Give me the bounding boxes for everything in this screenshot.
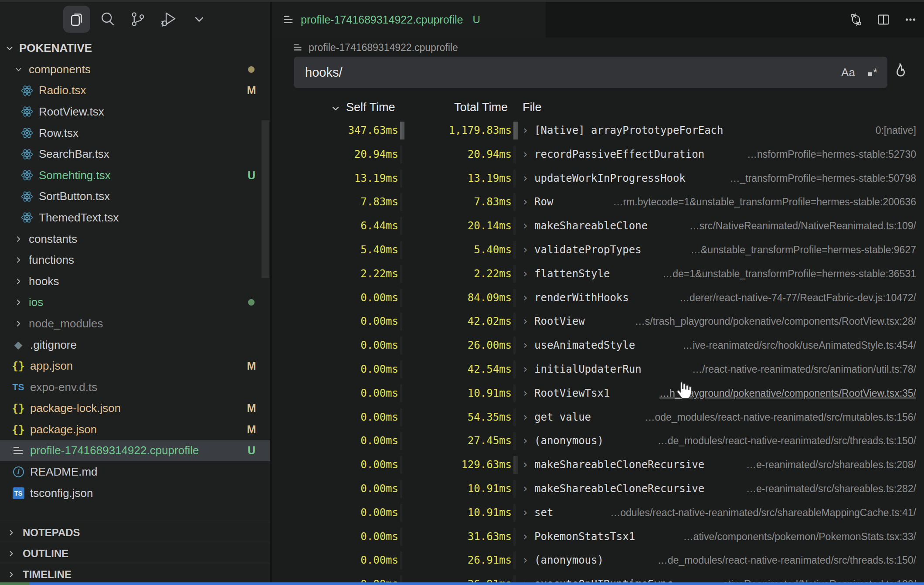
expand-chevron-icon[interactable]: › bbox=[522, 453, 528, 477]
project-root-header[interactable]: POKENATIVE bbox=[0, 38, 270, 58]
expand-chevron-icon[interactable]: › bbox=[522, 333, 528, 357]
expand-chevron-icon[interactable]: › bbox=[522, 143, 528, 167]
cell-function-name[interactable]: (anonymous) bbox=[534, 548, 604, 572]
tree-file-sortbutton-tsx[interactable]: SortButton.tsx bbox=[0, 186, 270, 207]
tree-folder-constants[interactable]: constants bbox=[0, 228, 270, 250]
cell-function-name[interactable]: makeShareableCloneRecursive bbox=[534, 453, 704, 477]
expand-chevron-icon[interactable]: › bbox=[522, 119, 528, 143]
tree-file-row-tsx[interactable]: Row.tsx bbox=[0, 122, 270, 144]
open-changes-icon[interactable] bbox=[848, 12, 864, 27]
explorer-icon[interactable] bbox=[63, 6, 90, 33]
sidebar-scrollbar[interactable] bbox=[262, 120, 269, 278]
tree-file-readme-md[interactable]: iREADME.md bbox=[0, 461, 270, 483]
expand-chevron-icon[interactable]: › bbox=[522, 310, 528, 333]
cell-function-name[interactable]: renderWithHooks bbox=[534, 286, 629, 310]
cell-file-link[interactable]: …s/trash_playground/pokenative/component… bbox=[635, 310, 916, 333]
cell-file-link[interactable]: …derer/react-native-74-77/ReactFabric-de… bbox=[679, 286, 916, 310]
cell-function-name[interactable]: useAnimatedStyle bbox=[534, 333, 635, 357]
header-self-time[interactable]: Self Time bbox=[346, 101, 395, 114]
tree-folder-ios[interactable]: ios bbox=[0, 292, 270, 313]
tree-folder-hooks[interactable]: hooks bbox=[0, 271, 270, 292]
tree-file-package-json[interactable]: {}package.jsonM bbox=[0, 419, 270, 440]
breadcrumb[interactable]: profile-1741689314922.cpuprofile bbox=[272, 37, 924, 58]
tree-file-package-lock-json[interactable]: {}package-lock.jsonM bbox=[0, 398, 270, 419]
cell-function-name[interactable]: recordPassiveEffectDuration bbox=[534, 143, 704, 167]
tree-file-profile-1741689314922-cpuprofile[interactable]: profile-1741689314922.cpuprofileU bbox=[0, 440, 270, 462]
expand-chevron-icon[interactable]: › bbox=[522, 238, 528, 262]
tree-file-app-json[interactable]: {}app.jsonM bbox=[0, 355, 270, 377]
cell-file-link[interactable]: …ive-reanimated/src/hook/useAnimatedStyl… bbox=[683, 333, 916, 357]
tree-file-tsconfig-json[interactable]: TStsconfig.json bbox=[0, 483, 270, 504]
cell-file-link[interactable]: …src/NativeReanimated/NativeReanimated.t… bbox=[690, 214, 916, 238]
cell-function-name[interactable]: RootView bbox=[534, 310, 585, 333]
expand-chevron-icon[interactable]: › bbox=[522, 429, 528, 453]
cell-file-link[interactable]: …e-reanimated/src/shareables.ts:282/ bbox=[746, 477, 916, 501]
cell-file-link[interactable]: …h_playground/pokenative/components/Root… bbox=[659, 381, 916, 405]
header-file[interactable]: File bbox=[523, 101, 542, 114]
more-actions-icon[interactable] bbox=[903, 12, 918, 27]
expand-chevron-icon[interactable]: › bbox=[522, 405, 528, 429]
run-debug-icon[interactable] bbox=[155, 6, 182, 33]
cell-function-name[interactable]: PokemonStatsTsx1 bbox=[534, 525, 635, 549]
cell-file-link[interactable]: 0:[native] bbox=[876, 119, 916, 143]
cell-function-name[interactable]: updateWorkInProgressHook bbox=[534, 167, 686, 190]
cell-file-link[interactable]: …/react-native-reanimated/src/animation/… bbox=[692, 357, 916, 381]
header-total-time[interactable]: Total Time bbox=[454, 101, 508, 114]
match-case-icon[interactable]: Aa bbox=[841, 66, 855, 79]
cell-file-link[interactable]: …odules/react-native-reanimated/src/shar… bbox=[610, 501, 916, 525]
cell-function-name[interactable]: makeShareableCloneRecursive bbox=[534, 477, 704, 501]
expand-chevron-icon[interactable]: › bbox=[522, 262, 528, 286]
tree-file-radio-tsx[interactable]: Radio.tsxM bbox=[0, 80, 270, 102]
cell-file-link[interactable]: …de_modules/react-native-reanimated/src/… bbox=[658, 548, 916, 572]
cell-function-name[interactable]: RootViewTsx1 bbox=[534, 381, 610, 405]
tree-file-searchbar-tsx[interactable]: SearchBar.tsx bbox=[0, 143, 270, 165]
flame-graph-icon[interactable] bbox=[891, 62, 910, 83]
tree-folder-node-modules[interactable]: node_modules bbox=[0, 313, 270, 334]
tree-file--gitignore[interactable]: ◆.gitignore bbox=[0, 334, 270, 356]
cell-function-name[interactable]: flattenStyle bbox=[534, 262, 610, 286]
tree-folder-functions[interactable]: functions bbox=[0, 249, 270, 271]
more-views-chevron-icon[interactable] bbox=[186, 6, 213, 33]
expand-chevron-icon[interactable]: › bbox=[522, 381, 528, 405]
cell-file-link[interactable]: …nsformProfile=hermes-stable:52730 bbox=[747, 143, 916, 167]
tree-file-somehting-tsx[interactable]: Somehting.tsxU bbox=[0, 165, 270, 186]
expand-chevron-icon[interactable]: › bbox=[522, 167, 528, 190]
tab-cpuprofile[interactable]: profile-1741689314922.cpuprofile U bbox=[272, 2, 546, 37]
expand-chevron-icon[interactable]: › bbox=[522, 548, 528, 572]
cell-file-link[interactable]: …&unstable_transformProfile=hermes-stabl… bbox=[691, 238, 916, 262]
tree-folder-components[interactable]: components bbox=[0, 59, 270, 80]
expand-chevron-icon[interactable]: › bbox=[522, 525, 528, 549]
cell-file-link[interactable]: …de=1&unstable_transformProfile=hermes-s… bbox=[662, 262, 916, 286]
sidebar-section-notepads[interactable]: NOTEPADS bbox=[0, 522, 270, 543]
tree-file-rootview-tsx[interactable]: RootView.tsx bbox=[0, 101, 270, 122]
cell-file-link[interactable]: …de_modules/react-native-reanimated/src/… bbox=[658, 429, 916, 453]
cell-file-link[interactable]: …ode_modules/react-native-reanimated/src… bbox=[645, 405, 916, 429]
expand-chevron-icon[interactable]: › bbox=[522, 357, 528, 381]
cell-file-link[interactable]: …rm.bytecode=1&unstable_transformProfile… bbox=[613, 190, 917, 214]
cell-function-name[interactable]: makeShareableClone bbox=[534, 214, 648, 238]
regex-icon[interactable]: * bbox=[868, 66, 878, 79]
split-editor-icon[interactable] bbox=[876, 12, 891, 27]
cell-function-name[interactable]: validatePropTypes bbox=[534, 238, 642, 262]
cell-function-name[interactable]: initialUpdaterRun bbox=[534, 357, 642, 381]
cell-function-name[interactable]: Row bbox=[534, 190, 553, 214]
cell-function-name[interactable]: set bbox=[534, 501, 553, 525]
expand-chevron-icon[interactable]: › bbox=[522, 286, 528, 310]
source-control-icon[interactable] bbox=[124, 6, 151, 33]
cell-file-link[interactable]: …_transformProfile=hermes-stable:50798 bbox=[730, 167, 916, 190]
tree-file-expo-env-d-ts[interactable]: TSexpo-env.d.ts bbox=[0, 377, 270, 398]
expand-chevron-icon[interactable]: › bbox=[522, 477, 528, 501]
cell-function-name[interactable]: (anonymous) bbox=[534, 429, 604, 453]
search-icon[interactable] bbox=[94, 6, 121, 33]
cell-file-link[interactable]: …e-reanimated/src/shareables.ts:208/ bbox=[746, 453, 916, 477]
sidebar-section-outline[interactable]: OUTLINE bbox=[0, 543, 270, 564]
cell-function-name[interactable]: [Native] arrayPrototypeForEach bbox=[534, 119, 723, 143]
expand-chevron-icon[interactable]: › bbox=[522, 190, 528, 214]
filter-input[interactable] bbox=[305, 65, 841, 80]
tree-file-themedtext-tsx[interactable]: ThemedText.tsx bbox=[0, 207, 270, 228]
cell-file-link[interactable]: …ative/components/pokemon/PokemonStats.t… bbox=[683, 525, 916, 549]
expand-chevron-icon[interactable]: › bbox=[522, 501, 528, 525]
expand-chevron-icon[interactable]: › bbox=[522, 214, 528, 238]
cell-function-name[interactable]: get value bbox=[534, 405, 591, 429]
sidebar-section-timeline[interactable]: TIMELINE bbox=[0, 564, 270, 585]
